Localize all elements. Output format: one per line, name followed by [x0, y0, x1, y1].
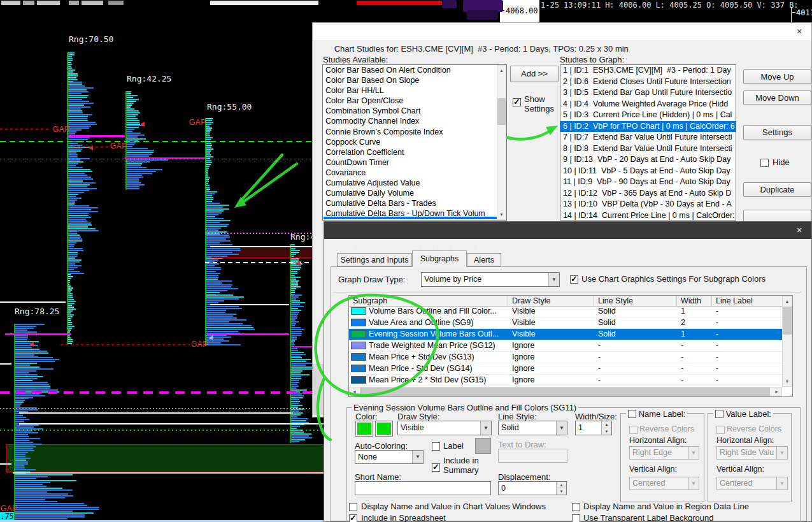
name-horizontal-align-select[interactable]: Right Edge ▼	[629, 446, 699, 460]
scroll-up-icon[interactable]: ▲	[497, 66, 506, 75]
list-item[interactable]: 10 | ID:11 VbP - 5 Days at End - Auto Sk…	[560, 166, 736, 177]
list-item[interactable]: 2 | ID:6 Extend Closes Until Future Inte…	[560, 76, 736, 88]
table-row[interactable]: Mean Price - Std Dev (SG14)Ignore---	[349, 363, 782, 375]
scroll-down-icon[interactable]: ▼	[783, 377, 792, 386]
list-item[interactable]: Cumulative Delta Bars - Trades	[323, 198, 497, 208]
studies-available-list[interactable]: Color Bar Based On Alert ConditionColor …	[322, 64, 507, 221]
value-vertical-align-select[interactable]: Centered ▼	[716, 477, 788, 490]
list-item[interactable]: Cumulative Daily Volume	[323, 188, 497, 198]
use-chart-graphics-checkbox[interactable]	[570, 275, 578, 284]
list-item[interactable]: Covariance	[323, 168, 497, 178]
list-item[interactable]: Color Bar Based On Alert Condition	[323, 65, 497, 75]
color-swatch-button[interactable]	[355, 421, 373, 437]
list-item[interactable]: Commodity Channel Index	[323, 116, 497, 126]
studies-to-graph-list[interactable]: 1 | ID:1 ESH3.CME [CV][M] #3 - Period: 1…	[560, 64, 736, 221]
spinner-down-icon[interactable]: ▼	[601, 428, 611, 435]
list-item[interactable]: 7 | ID:7 Extend Bar Value Until Future I…	[560, 132, 736, 143]
study-settings-titlebar[interactable]: Study Settings: VbP for TPO Chart. ID:2 …	[324, 222, 811, 239]
color-swatch-button[interactable]	[375, 421, 393, 437]
chart-studies-titlebar[interactable]: Chart Studies for: ESH3.CME [CV][M] #3 -…	[313, 23, 811, 40]
value-label-checkbox[interactable]	[715, 410, 723, 418]
move-up-button[interactable]: Move Up	[743, 69, 811, 84]
display-name-chart-values-checkbox[interactable]	[349, 503, 357, 511]
name-reverse-colors-checkbox[interactable]	[629, 426, 637, 434]
list-item[interactable]: Color Bar Open/Close	[323, 96, 497, 106]
list-item[interactable]: Combination Symbol Chart	[323, 106, 497, 116]
table-row[interactable]: Volume Bars Outline and Fill Color...Vis…	[349, 306, 782, 317]
volume-bar	[206, 218, 224, 219]
width-size-spinner[interactable]: 1 ▲ ▼	[575, 421, 612, 435]
label-checkbox[interactable]	[432, 442, 440, 451]
column-header[interactable]: Line Style	[594, 296, 677, 306]
table-row[interactable]: Mean Price + 2 * Std Dev (SG15)Ignore---	[349, 375, 782, 386]
line-style-select[interactable]: Solid ▼	[498, 421, 567, 435]
scroll-right-icon[interactable]: ►	[772, 388, 781, 396]
graph-draw-type-select[interactable]: Volume by Price ▼	[421, 272, 560, 287]
tab-settings-and-inputs[interactable]: Settings and Inputs	[337, 253, 412, 266]
list-item[interactable]: Coppock Curve	[323, 137, 497, 147]
name-vertical-align-select[interactable]: Centered ▼	[629, 477, 699, 490]
include-summary-checkbox[interactable]	[432, 463, 440, 472]
scrollbar[interactable]	[497, 65, 506, 220]
subgraph-table[interactable]: SubgraphDraw StyleLine StyleWidthLine La…	[348, 295, 793, 397]
short-name-input[interactable]	[355, 481, 491, 495]
h-scrollbar-thumb[interactable]	[360, 388, 770, 396]
column-header[interactable]: Draw Style	[508, 296, 594, 306]
list-item[interactable]: 9 | ID:13 VbP - 20 Days at End - Auto Sk…	[560, 154, 736, 166]
column-header[interactable]: Line Label	[712, 296, 783, 306]
list-item[interactable]: 1 | ID:1 ESH3.CME [CV][M] #3 - Period: 1…	[560, 65, 736, 76]
column-header[interactable]: Subgraph	[349, 296, 508, 306]
list-item[interactable]: CountDown Timer	[323, 157, 497, 168]
label-color-button[interactable]	[475, 438, 491, 454]
tab-subgraphs[interactable]: Subgraphs	[412, 250, 467, 267]
list-item[interactable]: Cumulative Adjusted Value	[323, 178, 497, 188]
scroll-down-icon[interactable]: ▼	[497, 210, 506, 219]
duplicate-button[interactable]: Duplicate	[743, 182, 811, 197]
table-row[interactable]: Evening Session Volume Bars Outl...Visib…	[349, 329, 782, 340]
list-item[interactable]: 4 | ID:4 Volume Weighted Average Price (…	[560, 99, 736, 110]
list-item[interactable]: 8 | ID:8 Extend Bar Value Until Future I…	[560, 143, 736, 155]
include-spreadsheet-checkbox[interactable]	[349, 514, 357, 522]
hide-checkbox[interactable]	[760, 159, 769, 167]
table-row[interactable]: Value Area and Outline (SG9)VisibleSolid…	[349, 317, 782, 329]
list-item[interactable]: Connie Brown's Composite Index	[323, 127, 497, 137]
chevron-down-icon[interactable]: ▼	[412, 451, 423, 463]
list-item[interactable]: Correlation Coefficient	[323, 147, 497, 157]
settings-button[interactable]: Settings	[743, 125, 811, 140]
chevron-down-icon[interactable]: ▼	[480, 421, 491, 435]
scrollbar-thumb[interactable]	[783, 307, 792, 335]
list-item[interactable]: 14 | ID:14 Current Price Line | 0 ms | C…	[560, 210, 736, 221]
text-to-draw-input[interactable]	[498, 449, 567, 463]
column-header[interactable]: Width	[677, 296, 712, 306]
list-item[interactable]: 11 | ID:9 VbP - 90 Days at End - Auto Sk…	[560, 177, 736, 188]
name-label-checkbox[interactable]	[628, 410, 636, 418]
tab-alerts[interactable]: Alerts	[467, 253, 501, 266]
table-row[interactable]: Mean Price + Std Dev (SG13)Ignore---	[349, 352, 782, 363]
scroll-left-icon[interactable]: ◄	[350, 388, 359, 396]
list-item[interactable]: Color Bar Based On Slope	[323, 75, 497, 85]
value-reverse-colors-checkbox[interactable]	[716, 426, 725, 434]
list-item[interactable]: Color Bar HH/LL	[323, 85, 497, 96]
list-item[interactable]: 6 | ID:2 VbP for TPO Chart | 0 ms | Calc…	[560, 121, 736, 133]
list-item[interactable]: 13 | ID:10 VBP Delta (VbP - 30 Days at E…	[560, 199, 736, 210]
draw-style-select[interactable]: Visible ▼	[397, 421, 492, 435]
displacement-spinner[interactable]: 0 ▲ ▼	[498, 481, 567, 495]
close-icon[interactable]: ×	[794, 222, 805, 239]
add-button[interactable]: Add >>	[510, 66, 559, 82]
spinner-down-icon[interactable]: ▼	[556, 488, 566, 495]
show-settings-checkbox[interactable]	[513, 98, 521, 106]
display-name-region-checkbox[interactable]	[572, 503, 580, 511]
scroll-up-icon[interactable]: ▲	[783, 296, 792, 306]
close-icon[interactable]: ×	[794, 23, 805, 40]
chevron-down-icon[interactable]: ▼	[548, 273, 559, 286]
table-row[interactable]: Trade Weighted Mean Price (SG12)Ignore--…	[349, 340, 782, 352]
list-item[interactable]: 12 | ID:12 VbP - 365 Days at End - Auto …	[560, 188, 736, 199]
list-item[interactable]: 3 | ID:5 Extend Bar Gap Until Future Int…	[560, 87, 736, 99]
chevron-down-icon[interactable]: ▼	[556, 421, 567, 435]
value-horizontal-align-select[interactable]: Right Side Valu ▼	[716, 446, 788, 460]
list-item[interactable]: 5 | ID:3 Current Price Line (Hidden) | 0…	[560, 110, 736, 121]
move-down-button[interactable]: Move Down	[743, 91, 811, 105]
transparent-label-bg-checkbox[interactable]	[572, 514, 580, 522]
scrollbar-thumb[interactable]	[497, 98, 506, 125]
auto-coloring-select[interactable]: None ▼	[355, 450, 424, 464]
